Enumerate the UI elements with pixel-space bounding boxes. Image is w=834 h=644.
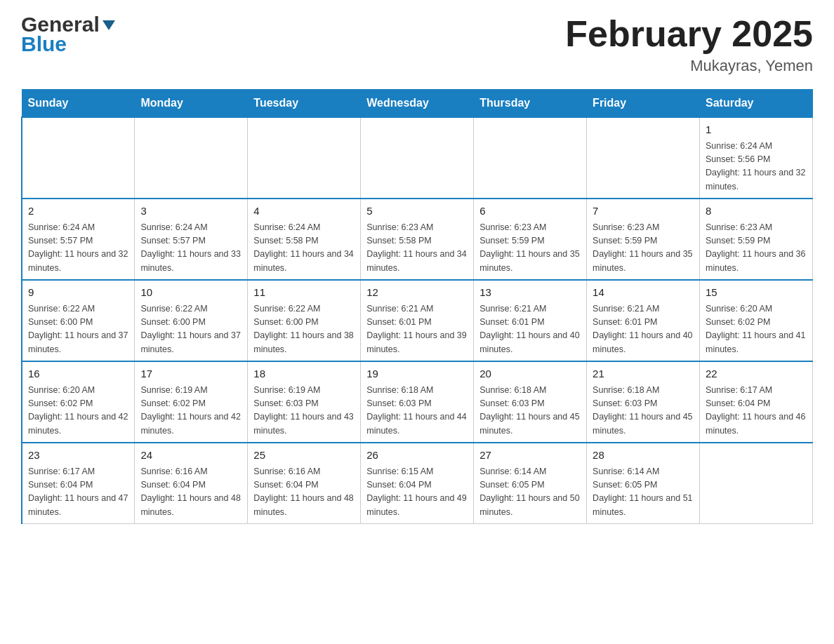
month-title: February 2025 xyxy=(565,14,813,54)
calendar-week-row: 2Sunrise: 6:24 AMSunset: 5:57 PMDaylight… xyxy=(22,199,813,280)
col-saturday: Saturday xyxy=(700,90,813,118)
calendar-cell: 3Sunrise: 6:24 AMSunset: 5:57 PMDaylight… xyxy=(135,199,248,280)
calendar-cell: 28Sunrise: 6:14 AMSunset: 6:05 PMDayligh… xyxy=(587,443,700,524)
day-info: Sunrise: 6:21 AMSunset: 6:01 PMDaylight:… xyxy=(593,302,694,357)
calendar-table: Sunday Monday Tuesday Wednesday Thursday… xyxy=(21,89,813,524)
day-number: 21 xyxy=(593,366,694,382)
day-info: Sunrise: 6:24 AMSunset: 5:56 PMDaylight:… xyxy=(706,140,807,194)
calendar-cell xyxy=(474,117,587,199)
logo-blue-text: Blue xyxy=(21,32,67,56)
location: Mukayras, Yemen xyxy=(565,57,813,75)
calendar-header-row: Sunday Monday Tuesday Wednesday Thursday… xyxy=(22,90,813,118)
day-info: Sunrise: 6:18 AMSunset: 6:03 PMDaylight:… xyxy=(479,384,581,438)
day-info: Sunrise: 6:19 AMSunset: 6:03 PMDaylight:… xyxy=(253,384,355,438)
calendar-cell: 11Sunrise: 6:22 AMSunset: 6:00 PMDayligh… xyxy=(248,280,361,361)
day-info: Sunrise: 6:21 AMSunset: 6:01 PMDaylight:… xyxy=(479,302,581,357)
col-thursday: Thursday xyxy=(474,90,587,118)
day-number: 16 xyxy=(28,366,128,382)
day-number: 3 xyxy=(140,203,241,220)
day-info: Sunrise: 6:18 AMSunset: 6:03 PMDaylight:… xyxy=(366,384,468,438)
calendar-week-row: 1Sunrise: 6:24 AMSunset: 5:56 PMDaylight… xyxy=(22,117,813,199)
day-info: Sunrise: 6:23 AMSunset: 5:59 PMDaylight:… xyxy=(593,221,694,276)
day-number: 14 xyxy=(593,285,694,301)
calendar-cell: 15Sunrise: 6:20 AMSunset: 6:02 PMDayligh… xyxy=(700,280,813,361)
day-number: 13 xyxy=(479,285,581,301)
calendar-cell: 27Sunrise: 6:14 AMSunset: 6:05 PMDayligh… xyxy=(474,443,587,524)
calendar-cell: 14Sunrise: 6:21 AMSunset: 6:01 PMDayligh… xyxy=(587,280,700,361)
calendar-cell: 6Sunrise: 6:23 AMSunset: 5:59 PMDaylight… xyxy=(474,199,587,280)
calendar-cell xyxy=(700,443,813,524)
day-number: 5 xyxy=(366,203,468,220)
calendar-cell: 16Sunrise: 6:20 AMSunset: 6:02 PMDayligh… xyxy=(22,361,135,443)
day-info: Sunrise: 6:23 AMSunset: 5:59 PMDaylight:… xyxy=(479,221,581,276)
day-info: Sunrise: 6:20 AMSunset: 6:02 PMDaylight:… xyxy=(28,384,128,438)
calendar-cell: 17Sunrise: 6:19 AMSunset: 6:02 PMDayligh… xyxy=(135,361,248,443)
day-info: Sunrise: 6:23 AMSunset: 5:59 PMDaylight:… xyxy=(706,221,807,276)
day-number: 26 xyxy=(366,448,468,464)
day-number: 6 xyxy=(479,203,581,220)
page-header: General Blue February 2025 Mukayras, Yem… xyxy=(21,14,813,75)
day-info: Sunrise: 6:17 AMSunset: 6:04 PMDaylight:… xyxy=(706,384,807,438)
day-info: Sunrise: 6:20 AMSunset: 6:02 PMDaylight:… xyxy=(706,302,807,357)
col-monday: Monday xyxy=(135,90,248,118)
calendar-cell: 12Sunrise: 6:21 AMSunset: 6:01 PMDayligh… xyxy=(361,280,474,361)
day-info: Sunrise: 6:16 AMSunset: 6:04 PMDaylight:… xyxy=(253,465,355,520)
calendar-cell: 20Sunrise: 6:18 AMSunset: 6:03 PMDayligh… xyxy=(474,361,587,443)
day-info: Sunrise: 6:24 AMSunset: 5:58 PMDaylight:… xyxy=(253,221,355,276)
day-info: Sunrise: 6:19 AMSunset: 6:02 PMDaylight:… xyxy=(140,384,241,438)
svg-marker-0 xyxy=(102,20,115,30)
day-number: 10 xyxy=(140,285,241,301)
calendar-cell: 18Sunrise: 6:19 AMSunset: 6:03 PMDayligh… xyxy=(248,361,361,443)
day-number: 22 xyxy=(706,366,807,382)
calendar-cell: 22Sunrise: 6:17 AMSunset: 6:04 PMDayligh… xyxy=(700,361,813,443)
calendar-cell: 23Sunrise: 6:17 AMSunset: 6:04 PMDayligh… xyxy=(22,443,135,524)
calendar-cell: 8Sunrise: 6:23 AMSunset: 5:59 PMDaylight… xyxy=(700,199,813,280)
day-number: 7 xyxy=(593,203,694,220)
day-info: Sunrise: 6:24 AMSunset: 5:57 PMDaylight:… xyxy=(140,221,241,276)
day-info: Sunrise: 6:15 AMSunset: 6:04 PMDaylight:… xyxy=(366,465,468,520)
calendar-cell: 24Sunrise: 6:16 AMSunset: 6:04 PMDayligh… xyxy=(135,443,248,524)
col-sunday: Sunday xyxy=(22,90,135,118)
day-info: Sunrise: 6:22 AMSunset: 6:00 PMDaylight:… xyxy=(253,302,355,357)
day-info: Sunrise: 6:22 AMSunset: 6:00 PMDaylight:… xyxy=(28,302,128,357)
day-number: 18 xyxy=(253,366,355,382)
logo-arrow-icon xyxy=(101,18,117,33)
day-info: Sunrise: 6:17 AMSunset: 6:04 PMDaylight:… xyxy=(28,465,128,520)
day-number: 23 xyxy=(28,448,128,464)
calendar-cell xyxy=(248,117,361,199)
calendar-cell xyxy=(361,117,474,199)
day-number: 17 xyxy=(140,366,241,382)
calendar-cell: 9Sunrise: 6:22 AMSunset: 6:00 PMDaylight… xyxy=(22,280,135,361)
day-number: 27 xyxy=(479,448,581,464)
day-info: Sunrise: 6:18 AMSunset: 6:03 PMDaylight:… xyxy=(593,384,694,438)
day-info: Sunrise: 6:24 AMSunset: 5:57 PMDaylight:… xyxy=(28,221,128,276)
day-number: 2 xyxy=(28,203,128,220)
col-tuesday: Tuesday xyxy=(248,90,361,118)
title-block: February 2025 Mukayras, Yemen xyxy=(565,14,813,75)
day-number: 28 xyxy=(593,448,694,464)
calendar-cell: 5Sunrise: 6:23 AMSunset: 5:58 PMDaylight… xyxy=(361,199,474,280)
col-friday: Friday xyxy=(587,90,700,118)
day-info: Sunrise: 6:14 AMSunset: 6:05 PMDaylight:… xyxy=(479,465,581,520)
calendar-cell: 4Sunrise: 6:24 AMSunset: 5:58 PMDaylight… xyxy=(248,199,361,280)
calendar-cell: 19Sunrise: 6:18 AMSunset: 6:03 PMDayligh… xyxy=(361,361,474,443)
day-info: Sunrise: 6:21 AMSunset: 6:01 PMDaylight:… xyxy=(366,302,468,357)
calendar-week-row: 9Sunrise: 6:22 AMSunset: 6:00 PMDaylight… xyxy=(22,280,813,361)
day-number: 1 xyxy=(706,122,807,138)
calendar-cell: 1Sunrise: 6:24 AMSunset: 5:56 PMDaylight… xyxy=(700,117,813,199)
day-number: 11 xyxy=(253,285,355,301)
day-info: Sunrise: 6:23 AMSunset: 5:58 PMDaylight:… xyxy=(366,221,468,276)
day-number: 8 xyxy=(706,203,807,220)
day-number: 20 xyxy=(479,366,581,382)
calendar-week-row: 23Sunrise: 6:17 AMSunset: 6:04 PMDayligh… xyxy=(22,443,813,524)
day-info: Sunrise: 6:22 AMSunset: 6:00 PMDaylight:… xyxy=(140,302,241,357)
calendar-cell: 26Sunrise: 6:15 AMSunset: 6:04 PMDayligh… xyxy=(361,443,474,524)
day-number: 12 xyxy=(366,285,468,301)
col-wednesday: Wednesday xyxy=(361,90,474,118)
day-number: 15 xyxy=(706,285,807,301)
day-number: 24 xyxy=(140,448,241,464)
calendar-cell xyxy=(135,117,248,199)
calendar-week-row: 16Sunrise: 6:20 AMSunset: 6:02 PMDayligh… xyxy=(22,361,813,443)
day-info: Sunrise: 6:16 AMSunset: 6:04 PMDaylight:… xyxy=(140,465,241,520)
calendar-cell: 21Sunrise: 6:18 AMSunset: 6:03 PMDayligh… xyxy=(587,361,700,443)
